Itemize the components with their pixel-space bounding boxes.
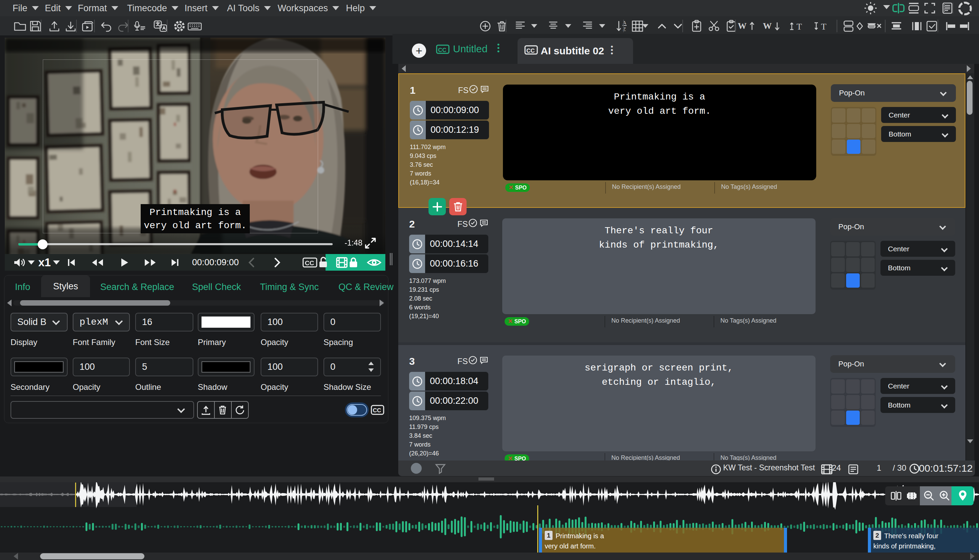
svg-text:CC: CC [305, 260, 314, 267]
svg-text:W: W [763, 21, 772, 31]
svg-text:CC: CC [373, 407, 381, 413]
svg-text:W: W [738, 21, 747, 31]
svg-text:T: T [797, 22, 802, 32]
svg-text:T: T [821, 22, 827, 32]
svg-text:CC: CC [438, 47, 446, 53]
svg-text:CC: CC [526, 48, 535, 54]
